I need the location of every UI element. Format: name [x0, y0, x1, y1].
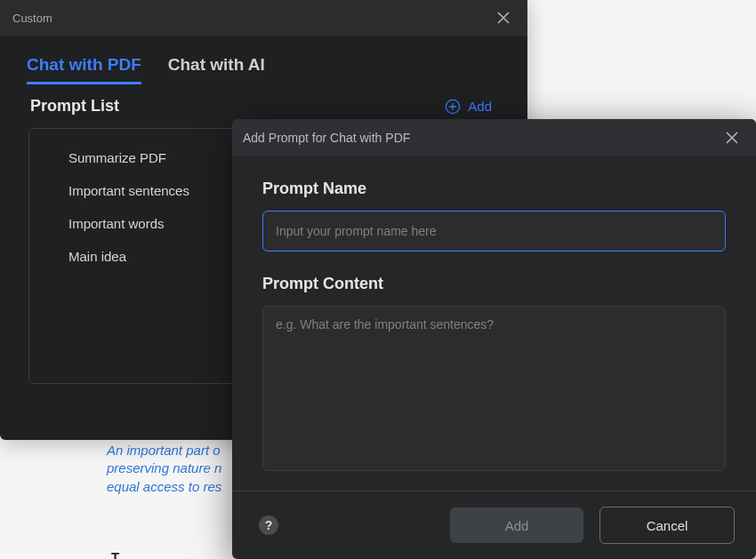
dialog-body: Prompt Name Prompt Content: [232, 156, 756, 491]
prompt-name-label: Prompt Name: [262, 180, 726, 198]
background-heading-fragment: T: [111, 549, 119, 559]
close-icon: [726, 132, 738, 144]
tab-bar: Chat with PDF Chat with AI: [0, 36, 527, 84]
close-dialog-button[interactable]: [724, 130, 740, 146]
prompt-list-header: Prompt List Add: [0, 84, 527, 123]
prompt-content-textarea[interactable]: [262, 306, 726, 471]
dialog-footer: ? Add Cancel: [232, 491, 756, 559]
add-prompt-button[interactable]: Add: [445, 99, 492, 115]
bg-line: An important part o: [107, 443, 221, 458]
panel-header: Custom: [0, 0, 527, 36]
question-mark-icon: ?: [265, 518, 273, 532]
bg-line: equal access to res: [107, 479, 221, 494]
prompt-content-label: Prompt Content: [262, 275, 726, 293]
dialog-title: Add Prompt for Chat with PDF: [243, 131, 410, 145]
cancel-button[interactable]: Cancel: [599, 507, 735, 544]
close-icon: [497, 12, 510, 24]
bg-line: preserving nature n: [107, 460, 221, 475]
prompt-name-input[interactable]: [262, 211, 726, 252]
add-prompt-dialog: Add Prompt for Chat with PDF Prompt Name…: [232, 119, 756, 559]
panel-title: Custom: [12, 12, 52, 25]
prompt-list-title: Prompt List: [30, 97, 119, 116]
dialog-header: Add Prompt for Chat with PDF: [232, 119, 756, 156]
add-button[interactable]: Add: [450, 507, 583, 543]
background-italic-text: An important part o preserving nature n …: [107, 442, 221, 496]
add-prompt-label: Add: [468, 99, 492, 114]
close-panel-button[interactable]: [495, 10, 511, 26]
plus-circle-icon: [445, 99, 461, 115]
tab-chat-with-ai[interactable]: Chat with AI: [168, 55, 265, 84]
help-button[interactable]: ?: [259, 515, 278, 535]
tab-chat-with-pdf[interactable]: Chat with PDF: [27, 55, 141, 84]
